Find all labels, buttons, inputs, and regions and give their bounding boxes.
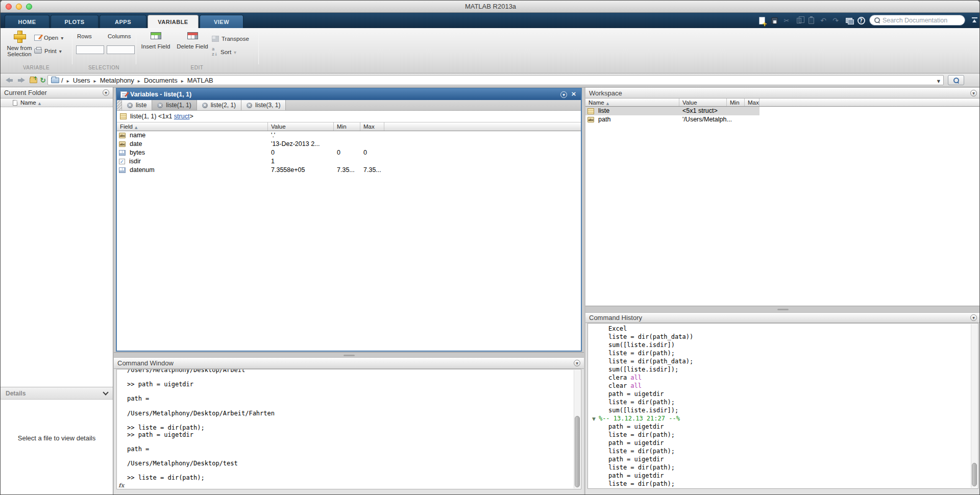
scrollbar-thumb[interactable] [972,463,977,486]
command-history-list[interactable]: Excel liste = dir(path_data)) sum([liste… [587,323,978,489]
transpose-button[interactable]: Transpose [212,34,249,43]
panel-menu-icon[interactable] [574,360,580,366]
print-button[interactable]: Print [34,46,62,56]
scrollbar-thumb[interactable] [575,416,580,487]
command-window-scrollbar[interactable] [574,370,580,488]
open-dropdown-caret-icon[interactable] [61,35,63,41]
insert-field-button[interactable]: Insert Field [137,31,174,63]
table-row[interactable]: bytes 0 0 0 [117,148,581,157]
tab-variable[interactable]: VARIABLE [148,15,199,28]
help-button[interactable] [856,15,866,26]
breadcrumb-users[interactable]: Users [73,77,90,84]
variable-tab-liste[interactable]: liste [122,100,152,110]
panel-menu-icon[interactable] [970,314,977,321]
tab-view[interactable]: VIEW [200,15,243,28]
collapse-triangle-icon[interactable] [592,415,596,422]
breadcrumb-matlab[interactable]: MATLAB [187,77,213,84]
tab-home[interactable]: HOME [5,15,50,28]
window-layout-button[interactable] [844,15,854,26]
redo-button[interactable]: ↷ [830,15,841,26]
field-column-header[interactable]: Field [117,122,268,131]
command-history-scrollbar[interactable] [971,324,977,488]
history-item[interactable]: path = uigetdir [588,390,978,399]
history-item[interactable]: sum([liste.isdir]); [588,407,978,415]
history-item[interactable]: clear all [588,382,978,390]
workspace-row-path[interactable]: path '/Users/Metalph... [585,115,760,124]
current-folder-path-field[interactable]: / Users Metalphony Documents MATLAB [47,75,944,85]
value-column-header[interactable]: Value [679,98,727,106]
horizontal-splitter[interactable] [114,352,584,358]
variable-tab-liste-3-1[interactable]: liste(3, 1) [241,100,286,110]
close-tab-icon[interactable] [127,103,133,108]
history-item[interactable]: path = uigetdir [588,423,978,431]
struct-link[interactable]: struct [174,113,190,120]
min-column-header[interactable]: Min [334,122,360,131]
forward-button[interactable] [16,76,26,84]
search-documentation-input[interactable] [883,17,959,24]
delete-field-button[interactable]: Delete Field [174,31,211,63]
collapse-toolstrip-button[interactable] [971,17,978,23]
command-window-console[interactable]: /Users/Metalphony/Desktop/Arbeit >> path… [116,369,581,489]
max-column-header[interactable]: Max [745,98,760,106]
table-row[interactable]: date '13-Dez-2013 2... [117,140,581,148]
table-row[interactable]: datenum 7.3558e+05 7.35... 7.35... [117,166,581,175]
copy-button[interactable] [794,15,804,26]
fx-icon[interactable] [118,482,124,489]
path-dropdown-icon[interactable] [937,76,940,85]
history-item[interactable]: liste = dir(path_data); [588,358,978,366]
history-item[interactable]: liste = dir(path); [588,350,978,358]
columns-input[interactable] [107,45,135,54]
sort-button[interactable]: Sort [212,47,236,57]
history-item[interactable]: path = uigetdir [588,456,978,464]
save-button[interactable] [769,15,779,26]
horizontal-splitter[interactable] [585,306,980,313]
history-item[interactable]: liste = dir(path); [588,399,978,407]
minimize-window-button[interactable] [16,4,22,10]
cut-button[interactable]: ✂ [781,15,792,26]
history-item[interactable]: Excel [588,325,978,333]
history-item[interactable]: sum([liste.isdir]); [588,366,978,374]
history-item[interactable]: liste = dir(path); [588,431,978,439]
up-one-level-button[interactable] [29,76,38,84]
max-column-header[interactable]: Max [360,122,384,131]
sort-dropdown-caret-icon[interactable] [234,49,236,55]
undo-button[interactable]: ↶ [818,15,828,26]
value-column-header[interactable]: Value [268,122,334,131]
variable-tab-liste-1-1[interactable]: liste(1, 1) [152,100,197,110]
close-window-button[interactable] [6,4,12,10]
new-script-button[interactable] [757,15,767,26]
open-button[interactable]: Open [34,33,63,42]
browse-for-folder-button[interactable] [38,76,47,84]
current-folder-name-header[interactable]: Name [1,98,113,107]
paste-button[interactable] [806,15,816,26]
history-item[interactable]: path = uigetdir [588,439,978,448]
new-from-selection-button[interactable]: New from Selection [3,30,36,63]
panel-menu-icon[interactable] [103,89,109,96]
variable-tab-liste-2-1[interactable]: liste(2, 1) [197,100,241,110]
name-column-header[interactable]: Name [585,98,679,106]
details-section-header[interactable]: Details [1,387,113,400]
tab-drag-handle[interactable] [117,100,122,110]
min-column-header[interactable]: Min [727,98,745,106]
breadcrumb-documents[interactable]: Documents [144,77,178,84]
history-item[interactable]: liste = dir(path); [588,448,978,456]
close-icon[interactable] [570,91,577,98]
panel-menu-icon[interactable] [970,90,977,96]
workspace-row-liste[interactable]: liste <5x1 struct> [585,107,760,115]
table-row[interactable]: name '.' [117,131,581,140]
breadcrumb-root[interactable]: / [61,77,63,84]
history-item[interactable]: liste = dir(path); [588,464,978,472]
command-prompt[interactable]: >> [117,482,573,489]
breadcrumb-metalphony[interactable]: Metalphony [100,77,134,84]
history-item[interactable]: sum([liste.isdir]) [588,341,978,350]
history-item[interactable]: liste = dir(path); [588,480,978,488]
close-tab-icon[interactable] [157,103,163,108]
history-item[interactable]: liste = dir(path_data)) [588,333,978,341]
rows-input[interactable] [76,45,104,54]
history-session-divider[interactable]: %-- 13.12.13 21:27 --% [588,415,978,423]
close-tab-icon[interactable] [247,103,252,108]
table-row[interactable]: isdir 1 [117,157,581,166]
tab-plots[interactable]: PLOTS [51,15,99,28]
search-folder-button[interactable] [948,75,964,85]
history-item[interactable]: path = uigetdir [588,472,978,480]
